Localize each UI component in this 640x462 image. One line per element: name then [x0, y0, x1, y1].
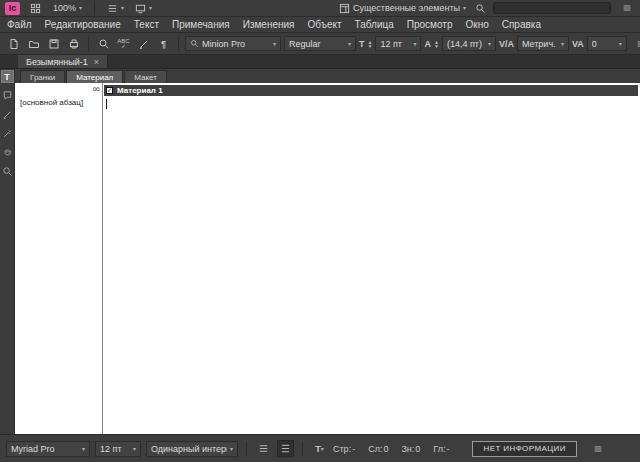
- type-tool[interactable]: T: [1, 70, 14, 83]
- stat-depth: Гл:-: [433, 444, 449, 454]
- paragraph-style-column: ∞ [основной абзац]: [15, 83, 103, 434]
- chevron-down-icon: ▾: [463, 5, 466, 11]
- chevron-down-icon: ▾: [149, 5, 152, 11]
- menu-object[interactable]: Объект: [308, 19, 342, 30]
- spellcheck-button[interactable]: ABC✓: [115, 35, 132, 52]
- stat-characters: Зн:0: [401, 444, 420, 454]
- search-input[interactable]: [493, 2, 611, 14]
- workspace-switcher[interactable]: Существенные элементы ▾: [337, 1, 468, 16]
- single-spacing-button[interactable]: [255, 440, 272, 457]
- view-options-button[interactable]: ▾: [105, 1, 126, 16]
- panel-menu-icon: [636, 39, 640, 49]
- menu-icon: [593, 444, 603, 454]
- tracking-value: 0: [592, 39, 616, 49]
- chevron-down-icon: ▾: [79, 5, 82, 11]
- menu-help[interactable]: Справка: [502, 19, 541, 30]
- story-title: Материал 1: [117, 86, 163, 95]
- zoom-tool[interactable]: [1, 165, 14, 178]
- menu-file[interactable]: Файл: [7, 19, 32, 30]
- spellcheck-icon: ABC✓: [117, 39, 129, 49]
- kerning-select[interactable]: Метрич. ▾: [517, 36, 569, 51]
- stat-words: Сл:0: [368, 444, 388, 454]
- font-size-value: 12 пт: [380, 39, 410, 49]
- new-document-button[interactable]: [5, 35, 22, 52]
- line-spacing-value: Одинарный интервал: [151, 444, 227, 454]
- track-changes-tool[interactable]: [1, 108, 14, 121]
- tab-galley[interactable]: Гранки: [20, 70, 65, 83]
- font-style-select[interactable]: Regular ▾: [284, 36, 356, 51]
- line-spacing-select[interactable]: Одинарный интервал ▾: [146, 441, 238, 457]
- eyedropper-tool[interactable]: [1, 127, 14, 140]
- story-collapse-checkbox[interactable]: ✓: [106, 87, 113, 94]
- menu-edit[interactable]: Редактирование: [45, 19, 121, 30]
- zoom-level-value: 100%: [53, 3, 76, 13]
- kerning-value: Метрич.: [522, 39, 558, 49]
- menu-view[interactable]: Просмотр: [407, 19, 453, 30]
- double-spacing-button[interactable]: [277, 440, 294, 457]
- chevron-down-icon: ▾: [561, 41, 564, 47]
- control-panel-menu-button[interactable]: [633, 35, 640, 52]
- status-bar: Myriad Pro ▾ 12 пт ▾ Одинарный интервал …: [0, 434, 640, 462]
- divider: [94, 1, 95, 15]
- stat-lines: Стр:-: [333, 444, 355, 454]
- track-changes-button[interactable]: [135, 35, 152, 52]
- document-tab-title: Безымянный-1: [26, 57, 88, 67]
- leading-stepper[interactable]: ▲▼: [434, 40, 439, 48]
- magnifier-icon: [98, 38, 110, 50]
- font-size-select[interactable]: 12 пт ▾: [375, 36, 421, 51]
- leading-value: (14,4 пт): [447, 39, 485, 49]
- hand-tool[interactable]: [1, 146, 14, 159]
- kerning-icon: V/A: [499, 39, 514, 49]
- single-spacing-icon: [258, 443, 269, 454]
- title-bar: Ic 100% ▾ ▾ ▾ Существенные элементы ▾: [0, 0, 640, 17]
- menu-type[interactable]: Текст: [134, 19, 159, 30]
- status-bar-menu-button[interactable]: [590, 440, 607, 457]
- leading-select[interactable]: (14,4 пт) ▾: [442, 36, 496, 51]
- copyfit-button[interactable]: Т ▾: [311, 440, 328, 457]
- tracking-select[interactable]: 0 ▾: [587, 36, 627, 51]
- menu-notes[interactable]: Примечания: [172, 19, 230, 30]
- chevron-down-icon: ▾: [82, 446, 85, 452]
- open-button[interactable]: [25, 35, 42, 52]
- status-font-size-select[interactable]: 12 пт ▾: [95, 441, 141, 457]
- paragraph-style-label[interactable]: [основной абзац]: [20, 98, 83, 107]
- font-family-select[interactable]: Minion Pro ▾: [185, 36, 281, 51]
- zoom-icon: [2, 166, 13, 177]
- save-icon: [48, 38, 60, 50]
- app-bar-menu-button[interactable]: [618, 0, 635, 17]
- pencil-icon: [138, 38, 150, 50]
- story-text-area[interactable]: ✓ Материал 1: [103, 83, 640, 434]
- note-tool[interactable]: [1, 89, 14, 102]
- pilcrow-icon: ¶: [161, 39, 166, 49]
- no-information-button[interactable]: НЕТ ИНФОРМАЦИИ: [472, 441, 576, 457]
- save-button[interactable]: [45, 35, 62, 52]
- font-size-icon: T: [359, 39, 365, 49]
- close-icon[interactable]: ×: [94, 57, 99, 67]
- font-size-stepper[interactable]: ▲▼: [368, 40, 373, 48]
- status-font-family-value: Myriad Pro: [11, 444, 79, 454]
- document-tab[interactable]: Безымянный-1 ×: [18, 55, 108, 68]
- menu-track-changes[interactable]: Изменения: [243, 19, 295, 30]
- font-family-value: Minion Pro: [202, 39, 270, 49]
- menu-icon: [622, 3, 632, 13]
- screen-mode-icon: [135, 3, 146, 14]
- app-grid-button[interactable]: [27, 0, 44, 17]
- status-font-size-value: 12 пт: [100, 444, 130, 454]
- workspace-label: Существенные элементы: [353, 3, 460, 13]
- search-icon: [475, 3, 486, 14]
- tab-layout[interactable]: Макет: [124, 70, 167, 83]
- overset-depth-marker: ∞: [93, 83, 100, 94]
- status-font-family-select[interactable]: Myriad Pro ▾: [6, 441, 90, 457]
- menu-table[interactable]: Таблица: [355, 19, 394, 30]
- double-spacing-icon: [280, 443, 291, 454]
- eyedropper-icon: [2, 128, 13, 139]
- show-hidden-characters-button[interactable]: ¶: [155, 35, 172, 52]
- print-button[interactable]: [65, 35, 82, 52]
- story-title-bar: ✓ Материал 1: [104, 85, 638, 96]
- find-change-button[interactable]: [95, 35, 112, 52]
- menu-window[interactable]: Окно: [465, 19, 488, 30]
- zoom-level-select[interactable]: 100% ▾: [51, 1, 84, 16]
- tab-story[interactable]: Материал: [66, 70, 123, 83]
- screen-mode-button[interactable]: ▾: [133, 1, 154, 16]
- app-grid-icon: [30, 3, 41, 14]
